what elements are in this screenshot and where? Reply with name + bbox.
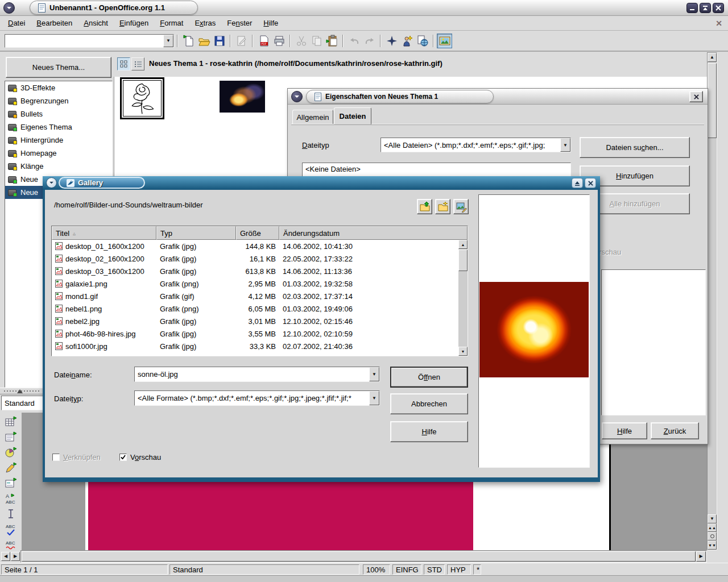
file-table-body[interactable]: desktop_01_1600x1200Grafik (jpg)144,8 KB…: [52, 240, 458, 356]
theme-item[interactable]: Bullets: [5, 107, 112, 120]
theme-item[interactable]: Hintergründe: [5, 134, 112, 147]
properties-dialog-titlebar[interactable]: Eigenschaften von Neues Thema 1: [288, 89, 708, 105]
help-button[interactable]: Hilfe: [390, 421, 468, 442]
gallery-icon[interactable]: [437, 34, 452, 48]
file-row[interactable]: galaxie1.pngGrafik (png)2,95 MB01.03.200…: [52, 277, 458, 290]
column-header-titel[interactable]: Titel▵: [52, 226, 156, 240]
scroll-up-icon[interactable]: ▲: [458, 240, 468, 249]
auto-spellcheck-icon[interactable]: ABC: [3, 537, 19, 552]
menu-item-format[interactable]: Format: [154, 17, 189, 29]
url-combobox[interactable]: ▼: [5, 34, 174, 48]
theme-item[interactable]: Homepage: [5, 147, 112, 160]
close-document-icon[interactable]: ✕: [715, 19, 722, 28]
vertical-scroll-thumb[interactable]: [708, 63, 717, 138]
scroll-down-icon[interactable]: ▼: [458, 347, 468, 356]
properties-back-button[interactable]: Zurück: [651, 422, 699, 439]
scroll-right-icon[interactable]: ▶: [696, 551, 706, 562]
previous-page-icon[interactable]: ▲▲: [708, 523, 717, 532]
statusbar-selection-mode[interactable]: STD: [424, 564, 445, 575]
file-row[interactable]: desktop_03_1600x1200Grafik (jpg)613,8 KB…: [52, 265, 458, 277]
insert-table-icon[interactable]: [3, 414, 19, 429]
icon-view-button[interactable]: [117, 57, 130, 70]
dialog-menu-button[interactable]: [291, 91, 303, 102]
statusbar-insert-mode[interactable]: EINFG: [392, 564, 421, 575]
default-directory-icon[interactable]: [453, 199, 469, 214]
spellcheck-icon[interactable]: ABC: [3, 521, 19, 537]
new-theme-button[interactable]: Neues Thema...: [6, 57, 111, 78]
menu-item-bearbeiten[interactable]: Bearbeiten: [31, 17, 78, 29]
close-button[interactable]: [713, 3, 724, 13]
column-header-typ[interactable]: Typ: [156, 226, 236, 240]
theme-item[interactable]: Begrenzungen: [5, 94, 112, 107]
file-row[interactable]: desktop_02_1600x1200Grafik (jpg)16,1 KB2…: [52, 252, 458, 265]
theme-item[interactable]: Klänge: [5, 160, 112, 173]
thumbnail-rose-selected[interactable]: [120, 77, 164, 119]
dialog-close-button[interactable]: [689, 91, 703, 102]
export-pdf-icon[interactable]: PDF: [256, 34, 271, 48]
file-row[interactable]: phot-46b-98-hires.jpgGrafik (jpg)3,55 MB…: [52, 327, 458, 340]
statusbar-zoom[interactable]: 100%: [363, 564, 390, 575]
print-icon[interactable]: [271, 34, 287, 48]
file-row[interactable]: sofi1000r.jpgGrafik (jpg)33,3 KB02.07.20…: [52, 340, 458, 352]
direct-cursor-icon[interactable]: [3, 506, 19, 521]
theme-item[interactable]: 3D-Effekte: [5, 81, 112, 94]
dialog-menu-button[interactable]: [46, 177, 57, 188]
toolbar-scroll-left-icon[interactable]: ◀: [1, 552, 10, 561]
theme-item[interactable]: Eigenes Thema: [5, 120, 112, 134]
navigator-icon[interactable]: [384, 34, 399, 48]
edit-file-icon[interactable]: [234, 34, 249, 48]
menu-item-fenster[interactable]: Fenster: [221, 17, 258, 29]
maximize-button[interactable]: [700, 3, 711, 13]
file-row[interactable]: mond1.gifGrafik (gif)4,12 MB02.03.2002, …: [52, 290, 458, 302]
cut-icon[interactable]: [293, 34, 309, 48]
insert-chart-icon[interactable]: [3, 444, 19, 460]
filetype-combobox[interactable]: <Alle Dateien> (*.bmp;*.dxf;*.emf;*.eps;…: [380, 138, 571, 152]
thumbnail-horses[interactable]: [169, 81, 216, 115]
next-page-icon[interactable]: ▼▼: [708, 541, 717, 550]
horizontal-scroll-thumb[interactable]: [22, 551, 696, 562]
scroll-down-icon[interactable]: ▼: [708, 514, 717, 523]
file-row[interactable]: nebel1.pngGrafik (png)6,05 MB01.03.2002,…: [52, 302, 458, 315]
cancel-button[interactable]: Abbrechen: [390, 393, 468, 414]
menu-item-einfügen[interactable]: Einfügen: [114, 17, 154, 29]
menu-item-datei[interactable]: Datei: [2, 17, 31, 29]
vertical-scrollbar[interactable]: ▲ ▼ ▲▲ ▼▼: [707, 52, 717, 550]
file-table-scrollbar[interactable]: ▲ ▼: [458, 240, 468, 356]
thumbnail-nebula[interactable]: [220, 81, 265, 113]
url-input[interactable]: [5, 35, 163, 47]
menu-item-hilfe[interactable]: Hilfe: [258, 17, 284, 29]
link-checkbox[interactable]: Verknüpfen: [52, 453, 101, 462]
column-header-aenderungsdatum[interactable]: Änderungsdatum: [279, 226, 468, 240]
toolbar-scroll-right-icon[interactable]: ▶: [11, 552, 20, 561]
horizontal-scroll-track[interactable]: ▶: [20, 550, 707, 563]
gallery-dialog-titlebar[interactable]: Gallery: [43, 176, 600, 190]
up-one-level-icon[interactable]: [417, 199, 432, 214]
statusbar-page-style[interactable]: Standard: [169, 564, 359, 575]
open-button[interactable]: Öffnen: [390, 367, 468, 388]
filename-combobox[interactable]: sonne-öl.jpg ▼: [134, 367, 380, 382]
dialog-close-button[interactable]: [585, 178, 596, 188]
tab-dateien[interactable]: Dateien: [334, 107, 371, 124]
new-document-icon[interactable]: [181, 34, 196, 48]
draw-functions-icon[interactable]: [3, 460, 19, 475]
menu-item-ansicht[interactable]: Ansicht: [78, 17, 114, 29]
new-folder-icon[interactable]: [435, 199, 450, 214]
minimize-button[interactable]: [686, 3, 698, 13]
statusbar-hyperlink-mode[interactable]: HYP: [447, 564, 471, 575]
hyperlink-icon[interactable]: [415, 34, 430, 48]
save-icon[interactable]: [212, 34, 227, 48]
filename-dropdown-button[interactable]: ▼: [369, 367, 379, 381]
column-header-groesse[interactable]: Größe: [236, 226, 279, 240]
copy-icon[interactable]: [309, 34, 324, 48]
tab-allgemein[interactable]: Allgemein: [292, 110, 333, 124]
file-row[interactable]: nebel2.jpgGrafik (jpg)3,01 MB12.10.2002,…: [52, 315, 458, 327]
scroll-up-icon[interactable]: ▲: [708, 53, 717, 62]
stylist-icon[interactable]: [399, 34, 415, 48]
file-row[interactable]: desktop_01_1600x1200Grafik (jpg)144,8 KB…: [52, 240, 458, 252]
paste-icon[interactable]: [324, 34, 340, 48]
window-titlebar[interactable]: Unbenannt1 - OpenOffice.org 1.1: [0, 0, 728, 16]
menu-item-extras[interactable]: Extras: [189, 17, 221, 29]
insert-section-icon[interactable]: [3, 429, 19, 444]
shade-button[interactable]: [572, 178, 583, 188]
url-dropdown-button[interactable]: ▼: [163, 35, 173, 47]
